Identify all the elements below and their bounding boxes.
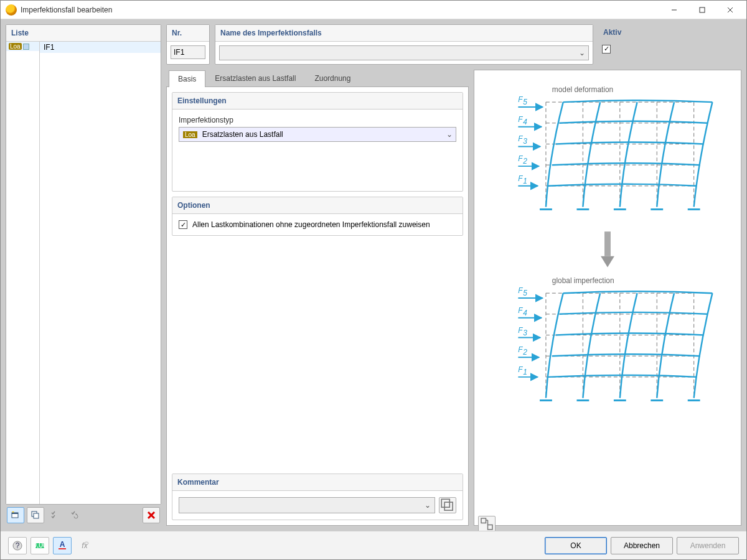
titlebar: Imperfektionsfall bearbeiten <box>1 1 746 19</box>
check-all-button[interactable] <box>47 507 64 523</box>
svg-text:F: F <box>518 306 523 315</box>
list-item[interactable]: IF1 <box>40 42 161 53</box>
list-category[interactable]: Loa <box>6 42 39 51</box>
name-label: Name des Imperfektionsfalls <box>215 25 593 42</box>
window-title: Imperfektionsfall bearbeiten <box>21 6 660 14</box>
font-color-button[interactable]: A <box>53 537 72 554</box>
tab-body: Einstellungen Imperfektionstyp Loa Ersat… <box>166 86 469 526</box>
svg-text:4: 4 <box>523 309 527 317</box>
chevron-down-icon: ⌄ <box>421 501 435 510</box>
close-button[interactable] <box>716 1 744 19</box>
settings-header: Einstellungen <box>172 93 463 110</box>
tab-zuordnung[interactable]: Zuordnung <box>305 70 360 86</box>
svg-text:F: F <box>518 135 523 144</box>
assign-all-label: Allen Lastkombinationen ohne zugeordnete… <box>192 220 430 229</box>
apply-button[interactable]: Anwenden <box>677 537 739 554</box>
svg-text:2: 2 <box>522 157 527 166</box>
tab-basis[interactable]: Basis <box>169 70 205 87</box>
svg-rect-5 <box>12 513 18 514</box>
svg-text:F: F <box>518 174 523 183</box>
units-button[interactable]: 0,00 <box>31 537 49 554</box>
number-panel: Nr. <box>166 24 210 65</box>
svg-text:4: 4 <box>523 118 527 126</box>
svg-text:F: F <box>518 95 523 104</box>
preview-diagram: model deformation F5 F4 F3 F2 F1 <box>478 77 737 510</box>
refresh-checks-button[interactable] <box>67 507 84 523</box>
type-combo[interactable]: Loa Ersatzlasten aus Lastfall ⌄ <box>179 127 456 142</box>
chevron-down-icon: ⌄ <box>576 49 588 57</box>
preview-panel: model deformation F5 F4 F3 F2 F1 <box>474 70 741 526</box>
options-group: Optionen Allen Lastkombinationen ohne zu… <box>172 197 463 236</box>
active-checkbox[interactable] <box>602 45 611 54</box>
svg-text:1: 1 <box>523 368 527 376</box>
type-tag-icon: Loa <box>183 131 197 138</box>
chevron-down-icon: ⌄ <box>443 130 456 139</box>
tab-ersatzlasten[interactable]: Ersatzlasten aus Lastfall <box>205 70 305 86</box>
cancel-button[interactable]: Abbrechen <box>611 537 673 554</box>
delete-item-button[interactable] <box>143 507 160 523</box>
list-header: Liste <box>6 25 161 42</box>
diagram-title-2: global imperfection <box>552 276 614 285</box>
svg-rect-80 <box>59 548 66 549</box>
maximize-button[interactable] <box>688 1 716 19</box>
work-area: Liste Loa IF1 <box>1 19 746 531</box>
svg-text:F: F <box>518 286 523 295</box>
list-toolbar <box>6 505 161 526</box>
number-input[interactable] <box>171 45 205 59</box>
app-icon <box>6 4 17 16</box>
dialog-footer: ? 0,00 A fx OK Abbrechen Anwenden <box>1 531 746 559</box>
comment-header: Kommentar <box>172 474 463 491</box>
minimize-button[interactable] <box>660 1 688 19</box>
svg-rect-42 <box>604 231 611 256</box>
ok-button[interactable]: OK <box>545 537 607 554</box>
svg-rect-11 <box>444 502 453 510</box>
preview-settings-button[interactable] <box>478 516 496 532</box>
assign-all-checkbox[interactable] <box>179 220 187 229</box>
type-value: Ersatzlasten aus Lastfall <box>201 130 443 139</box>
header-row: Nr. Name des Imperfektionsfalls ⌄ Aktiv <box>166 24 741 65</box>
options-header: Optionen <box>172 197 463 214</box>
svg-text:5: 5 <box>523 289 527 297</box>
diagram-title-1: model deformation <box>552 85 613 94</box>
svg-rect-74 <box>488 525 493 530</box>
tab-bar: Basis Ersatzlasten aus Lastfall Zuordnun… <box>166 70 469 86</box>
left-column: Liste Loa IF1 <box>6 24 161 526</box>
svg-text:F: F <box>518 345 523 354</box>
svg-rect-73 <box>481 518 486 523</box>
formula-button[interactable]: fx <box>75 537 94 554</box>
svg-text:3: 3 <box>523 137 527 146</box>
svg-text:A: A <box>60 540 65 549</box>
svg-text:3: 3 <box>523 329 527 337</box>
tabs-panel: Basis Ersatzlasten aus Lastfall Zuordnun… <box>166 70 469 526</box>
comment-library-button[interactable] <box>439 497 456 513</box>
new-item-button[interactable] <box>7 507 24 523</box>
active-label: Aktiv <box>598 24 741 40</box>
right-area: Nr. Name des Imperfektionsfalls ⌄ Aktiv <box>166 24 741 526</box>
svg-text:F: F <box>518 365 523 374</box>
number-label: Nr. <box>167 25 209 42</box>
preview-toolbar <box>478 513 737 532</box>
comment-group: Kommentar ⌄ <box>172 474 463 520</box>
type-label: Imperfektionstyp <box>179 116 456 124</box>
list-panel: Liste Loa IF1 <box>6 24 161 505</box>
svg-text:F: F <box>518 326 523 335</box>
svg-rect-7 <box>34 513 39 518</box>
svg-text:F: F <box>518 115 523 124</box>
svg-text:5: 5 <box>523 98 527 106</box>
svg-text:F: F <box>518 154 523 163</box>
copy-item-button[interactable] <box>27 507 44 523</box>
type-tag: Loa <box>9 43 22 50</box>
name-combo[interactable]: ⌄ <box>219 45 589 60</box>
main-row: Basis Ersatzlasten aus Lastfall Zuordnun… <box>166 70 741 526</box>
list-body[interactable]: Loa IF1 <box>6 42 161 504</box>
active-panel: Aktiv <box>598 24 741 65</box>
name-panel: Name des Imperfektionsfalls ⌄ <box>215 24 593 65</box>
settings-group: Einstellungen Imperfektionstyp Loa Ersat… <box>172 92 463 192</box>
comment-combo[interactable]: ⌄ <box>179 497 435 513</box>
svg-rect-1 <box>700 7 705 12</box>
svg-text:0,00: 0,00 <box>34 541 45 549</box>
svg-text:?: ? <box>16 541 20 550</box>
svg-text:2: 2 <box>522 348 527 357</box>
help-button[interactable]: ? <box>8 537 27 554</box>
color-swatch <box>23 44 29 50</box>
